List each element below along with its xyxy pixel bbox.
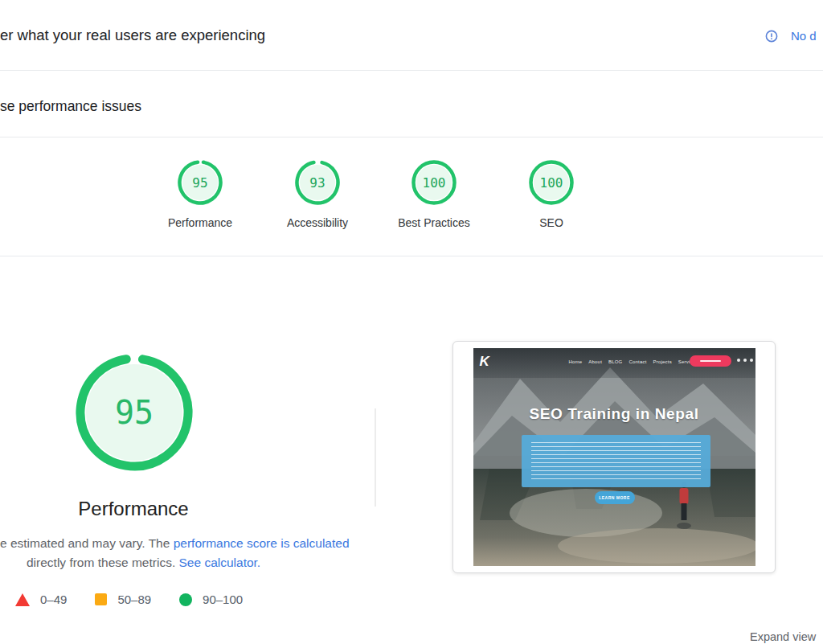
pagespeed-report: er what your real users are experiencing…: [0, 0, 823, 644]
gauge-dial: 93: [295, 160, 340, 205]
site-menu-item: About: [588, 359, 602, 364]
gauge-dial: 100: [529, 160, 574, 205]
site-intro-text-lines: [531, 442, 701, 480]
gauge-dial: 95: [178, 160, 223, 205]
legend-range: 50–89: [117, 593, 151, 606]
gauge-best-practices[interactable]: 100 Best Practices: [378, 160, 490, 229]
legend-item-good: 90–100: [179, 593, 243, 606]
site-menu-item: BLOG: [608, 359, 622, 364]
divider: [0, 70, 823, 71]
vertical-divider: [375, 408, 376, 507]
gauge-score: 95: [178, 160, 223, 205]
site-menu-item: Projects: [653, 359, 672, 364]
site-social-icons: [737, 359, 753, 362]
gauge-score: 100: [412, 160, 457, 205]
score-description-line1: e estimated and may vary. The performanc…: [0, 536, 350, 551]
site-learn-more-button: LEARN MORE: [595, 491, 635, 504]
red-triangle-icon: [15, 593, 30, 606]
final-screenshot-card[interactable]: K Home About BLOG Contact Projects Servi…: [452, 341, 776, 573]
see-calculator-link[interactable]: See calculator.: [179, 556, 261, 569]
orange-square-icon: [95, 593, 107, 605]
gauge-performance[interactable]: 95 Performance: [144, 160, 256, 229]
score-calculated-link[interactable]: performance score is calculated: [174, 536, 350, 550]
diagnose-heading: se performance issues: [0, 98, 141, 115]
performance-score-gauge: 95: [76, 354, 193, 471]
green-circle-icon: [179, 593, 192, 606]
gauge-score: 100: [529, 160, 574, 205]
gauge-accessibility[interactable]: 93 Accessibility: [261, 160, 374, 229]
legend-item-average: 50–89: [95, 593, 151, 606]
performance-title: Performance: [13, 498, 254, 520]
gauge-dial: 100: [412, 160, 457, 205]
gauge-score: 93: [295, 160, 340, 205]
performance-score-value: 95: [76, 354, 193, 471]
site-cta-pill: [690, 355, 731, 367]
gauge-label: SEO: [539, 216, 563, 229]
page-title: er what your real users are experiencing: [0, 27, 265, 44]
site-heading: SEO Training in Nepal: [473, 405, 755, 423]
site-menu-item: Contact: [629, 359, 646, 364]
score-legend: 0–49 50–89 90–100: [15, 593, 243, 606]
gauge-seo[interactable]: 100 SEO: [495, 160, 608, 229]
gauge-label: Best Practices: [398, 216, 469, 229]
site-intro-box: [522, 435, 710, 487]
gauge-label: Performance: [168, 216, 232, 229]
no-data-indicator[interactable]: No d: [765, 29, 817, 43]
legend-item-poor: 0–49: [15, 593, 67, 606]
legend-range: 0–49: [40, 593, 67, 606]
gauge-label: Accessibility: [287, 216, 348, 229]
site-screenshot: K Home About BLOG Contact Projects Servi…: [473, 348, 755, 566]
expand-view-button[interactable]: Expand view: [750, 630, 816, 643]
info-icon: [765, 30, 778, 43]
legend-range: 90–100: [203, 593, 243, 606]
site-menu: Home About BLOG Contact Projects Service…: [569, 359, 698, 364]
site-menu-item: Home: [569, 359, 583, 364]
site-logo: K: [480, 354, 489, 370]
divider: [0, 137, 823, 137]
divider: [0, 256, 823, 256]
no-data-label: No d: [791, 29, 817, 43]
score-description-line2: directly from these metrics. See calcula…: [27, 556, 260, 570]
